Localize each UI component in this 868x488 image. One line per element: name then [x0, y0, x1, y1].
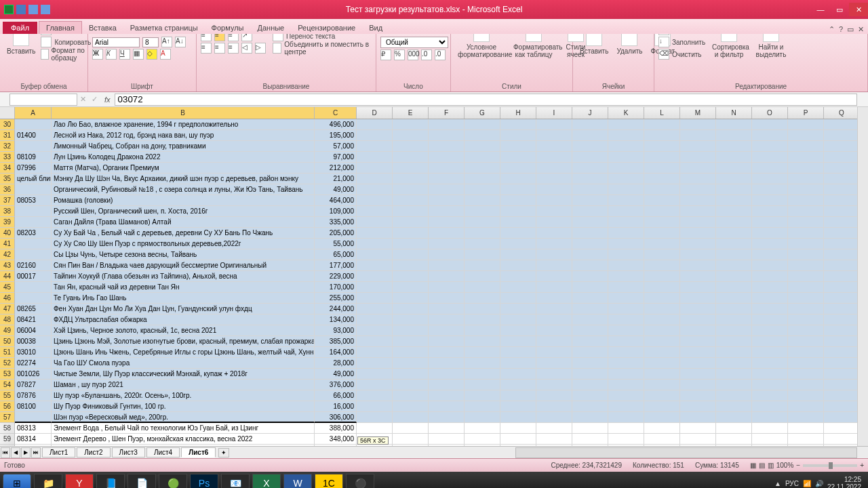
cell[interactable] — [357, 163, 393, 174]
cell[interactable] — [788, 390, 824, 401]
cell[interactable] — [824, 174, 860, 184]
cell[interactable] — [15, 184, 52, 195]
cell[interactable] — [572, 141, 608, 152]
view-layout-icon[interactable]: ▤ — [759, 462, 765, 469]
cell[interactable] — [500, 141, 536, 152]
cell[interactable] — [429, 152, 465, 163]
cell[interactable] — [644, 293, 680, 304]
cell[interactable] — [752, 260, 788, 271]
cell[interactable] — [752, 249, 788, 260]
cell[interactable] — [608, 141, 644, 152]
cell[interactable]: 02160 — [15, 260, 52, 271]
taskbar-explorer[interactable]: 📁 — [34, 474, 62, 488]
taskbar-yandex[interactable]: Y — [65, 474, 94, 488]
cell[interactable] — [716, 390, 752, 401]
row-header[interactable]: 41 — [0, 239, 15, 249]
row-header[interactable]: 39 — [0, 217, 15, 228]
cell[interactable] — [429, 358, 465, 369]
cell[interactable] — [824, 380, 860, 390]
cell[interactable] — [393, 260, 429, 271]
cell[interactable] — [357, 206, 393, 217]
cell[interactable] — [536, 184, 572, 195]
taskbar-app[interactable]: 📧 — [221, 474, 250, 488]
cell[interactable]: 08314 — [15, 434, 52, 445]
cell[interactable] — [393, 325, 429, 336]
cell[interactable] — [644, 271, 680, 282]
cell[interactable] — [608, 401, 644, 412]
cell[interactable] — [465, 401, 500, 412]
cell[interactable] — [716, 195, 752, 206]
cell[interactable] — [357, 423, 393, 434]
cell[interactable] — [357, 336, 393, 347]
cell[interactable] — [536, 304, 572, 314]
cell[interactable] — [608, 369, 644, 380]
cell[interactable] — [788, 358, 824, 369]
cell[interactable] — [680, 358, 716, 369]
cell[interactable] — [357, 325, 393, 336]
cell[interactable] — [572, 304, 608, 314]
cell[interactable] — [15, 293, 52, 304]
cell[interactable] — [536, 141, 572, 152]
cell[interactable] — [536, 217, 572, 228]
cell[interactable]: Лао Лю Бао, влажное хранение, 1994 г пре… — [52, 119, 315, 130]
cell[interactable] — [644, 174, 680, 184]
row-header[interactable]: 50 — [0, 336, 15, 347]
cell[interactable]: Тайпин Хоукуй (Глава обезьян из Тайпина)… — [52, 271, 315, 282]
tray-clock[interactable]: 12:25 22.11.2022 — [827, 476, 861, 488]
cell[interactable] — [680, 152, 716, 163]
col-header-N[interactable]: N — [716, 107, 752, 119]
cell[interactable] — [788, 293, 824, 304]
cell[interactable] — [393, 369, 429, 380]
cell[interactable] — [536, 119, 572, 130]
cell[interactable] — [680, 174, 716, 184]
cell[interactable]: 93,000 — [315, 325, 357, 336]
cell[interactable] — [429, 271, 465, 282]
tray-sound-icon[interactable]: 🔊 — [815, 480, 823, 487]
cell[interactable] — [500, 152, 536, 163]
cell[interactable] — [429, 423, 465, 434]
cell[interactable] — [429, 249, 465, 260]
cell[interactable]: 06004 — [15, 325, 52, 336]
cell[interactable] — [500, 228, 536, 239]
cell[interactable] — [429, 434, 465, 445]
cell[interactable] — [572, 401, 608, 412]
cell[interactable] — [572, 206, 608, 217]
cell[interactable] — [716, 163, 752, 174]
tab-data[interactable]: Данные — [250, 22, 291, 34]
cell[interactable] — [500, 184, 536, 195]
row-header[interactable]: 54 — [0, 380, 15, 390]
cell[interactable]: 464,000 — [315, 195, 357, 206]
cell[interactable] — [465, 119, 500, 130]
cell[interactable] — [608, 423, 644, 434]
cell[interactable] — [680, 260, 716, 271]
cell[interactable]: целый блин 2 — [15, 174, 52, 184]
cell[interactable] — [788, 119, 824, 130]
cell[interactable]: 229,000 — [315, 271, 357, 282]
col-header-F[interactable]: F — [429, 107, 465, 119]
cell[interactable] — [357, 184, 393, 195]
cell[interactable] — [500, 369, 536, 380]
cell[interactable]: Органический, Рубиновый №18 , с озера со… — [52, 184, 315, 195]
cell[interactable] — [608, 119, 644, 130]
cell[interactable] — [644, 130, 680, 141]
tray-lang[interactable]: РУС — [785, 480, 799, 487]
cell[interactable] — [429, 401, 465, 412]
cell[interactable] — [608, 434, 644, 445]
cell[interactable] — [429, 282, 465, 293]
row-header[interactable]: 42 — [0, 249, 15, 260]
copy-button[interactable]: Копировать — [41, 37, 91, 47]
cell[interactable] — [644, 152, 680, 163]
increase-font-icon[interactable]: A↑ — [161, 37, 172, 47]
zoom-slider[interactable] — [803, 464, 857, 467]
cell[interactable]: Маття (Матча), Органик Премиум — [52, 163, 315, 174]
cell[interactable] — [788, 314, 824, 325]
cell[interactable] — [608, 217, 644, 228]
cell[interactable] — [465, 314, 500, 325]
cell[interactable] — [788, 325, 824, 336]
cell[interactable] — [644, 325, 680, 336]
cell[interactable] — [429, 195, 465, 206]
horizontal-scrollbar[interactable] — [515, 447, 857, 458]
cell[interactable] — [536, 336, 572, 347]
cell[interactable] — [716, 119, 752, 130]
cell[interactable] — [572, 293, 608, 304]
